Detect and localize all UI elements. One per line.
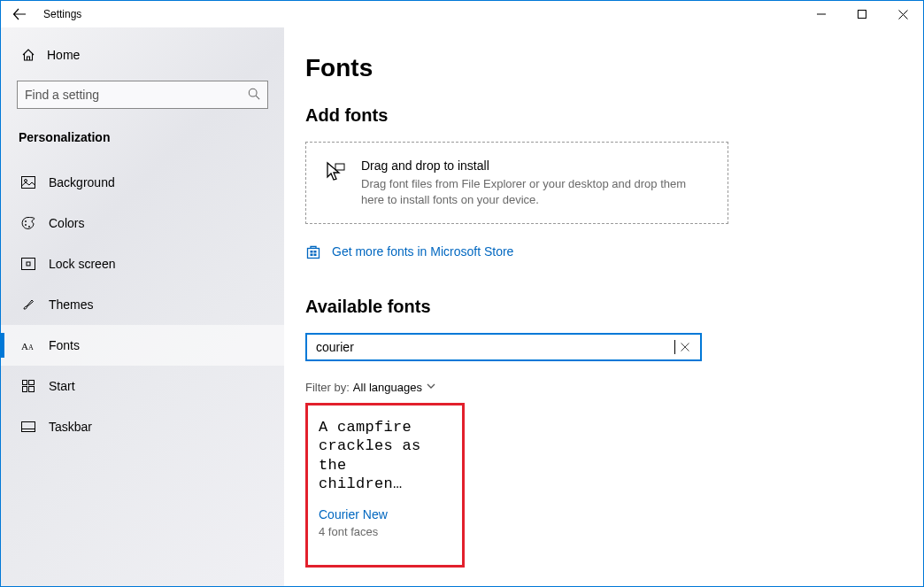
dropzone-subtitle: Drag font files from File Explorer or yo… xyxy=(361,176,708,207)
brush-icon xyxy=(20,297,36,313)
sidebar-item-colors[interactable]: Colors xyxy=(1,203,284,243)
home-label: Home xyxy=(47,48,80,62)
filter-value: All languages xyxy=(353,381,422,394)
svg-rect-9 xyxy=(22,259,35,270)
available-fonts-heading: Available fonts xyxy=(305,297,902,317)
search-icon xyxy=(248,88,260,103)
sidebar-item-label: Themes xyxy=(49,297,94,312)
x-icon xyxy=(681,343,689,351)
svg-rect-13 xyxy=(23,381,27,385)
titlebar: Settings xyxy=(1,1,923,27)
close-icon xyxy=(898,10,908,19)
minimize-button[interactable] xyxy=(801,1,842,27)
svg-rect-19 xyxy=(335,164,344,170)
palette-icon xyxy=(20,215,36,231)
svg-rect-14 xyxy=(29,381,35,385)
filter-label: Filter by: xyxy=(305,381,350,394)
arrow-left-icon xyxy=(12,7,27,21)
sidebar-item-label: Start xyxy=(49,379,75,393)
svg-rect-1 xyxy=(859,11,866,19)
svg-rect-20 xyxy=(308,249,320,259)
font-card-courier-new[interactable]: A campfire crackles as the children… Cou… xyxy=(305,403,465,568)
svg-point-2 xyxy=(249,89,257,97)
svg-rect-17 xyxy=(22,422,35,432)
svg-line-3 xyxy=(256,96,259,99)
svg-point-7 xyxy=(25,224,27,226)
svg-point-6 xyxy=(25,220,27,222)
svg-rect-4 xyxy=(22,177,35,189)
window-buttons xyxy=(801,1,923,27)
category-header: Personalization xyxy=(1,125,284,162)
font-dropzone[interactable]: Drag and drop to install Drag font files… xyxy=(305,142,728,224)
sidebar-item-lockscreen[interactable]: Lock screen xyxy=(1,243,284,284)
font-sample-text: A campfire crackles as the children… xyxy=(319,418,451,493)
start-icon xyxy=(20,378,36,394)
svg-rect-23 xyxy=(311,254,313,257)
home-nav[interactable]: Home xyxy=(1,36,284,73)
minimize-icon xyxy=(817,10,826,19)
svg-rect-22 xyxy=(314,251,317,253)
svg-text:A: A xyxy=(28,344,34,351)
svg-text:A: A xyxy=(21,341,28,351)
filter-dropdown[interactable]: Filter by: All languages xyxy=(305,381,902,394)
sidebar-item-label: Fonts xyxy=(49,338,80,352)
sidebar-item-label: Background xyxy=(49,175,115,189)
picture-icon xyxy=(20,174,36,190)
sidebar-item-label: Taskbar xyxy=(49,420,92,434)
drag-cursor-icon xyxy=(320,158,349,207)
dropzone-title: Drag and drop to install xyxy=(361,158,708,173)
maximize-icon xyxy=(858,10,866,19)
sidebar-item-start[interactable]: Start xyxy=(1,366,284,406)
store-link[interactable]: Get more fonts in Microsoft Store xyxy=(305,243,902,259)
svg-rect-24 xyxy=(314,254,317,257)
store-link-label: Get more fonts in Microsoft Store xyxy=(332,244,513,259)
content-area: Fonts Add fonts Drag and drop to install… xyxy=(284,27,923,587)
sidebar-item-themes[interactable]: Themes xyxy=(1,284,284,325)
clear-search-button[interactable] xyxy=(675,337,695,357)
lockscreen-icon xyxy=(20,256,36,272)
chevron-down-icon xyxy=(426,381,436,394)
fonts-icon: AA xyxy=(20,337,36,353)
close-button[interactable] xyxy=(882,1,923,27)
svg-point-5 xyxy=(25,180,27,182)
store-icon xyxy=(305,243,321,259)
sidebar-item-background[interactable]: Background xyxy=(1,162,284,203)
sidebar: Home Personalization Background Colors xyxy=(1,27,284,587)
sidebar-item-taskbar[interactable]: Taskbar xyxy=(1,406,284,447)
font-name-label: Courier New xyxy=(319,507,451,521)
taskbar-icon xyxy=(20,419,36,435)
svg-rect-21 xyxy=(311,251,313,253)
maximize-button[interactable] xyxy=(842,1,882,27)
settings-search[interactable] xyxy=(17,81,268,109)
window-title: Settings xyxy=(43,8,81,20)
page-title: Fonts xyxy=(305,54,902,82)
font-search-input[interactable] xyxy=(316,340,674,354)
add-fonts-heading: Add fonts xyxy=(305,105,902,126)
svg-rect-10 xyxy=(27,262,30,266)
font-faces-label: 4 font faces xyxy=(319,525,451,538)
back-button[interactable] xyxy=(1,1,38,27)
sidebar-item-label: Colors xyxy=(49,216,84,230)
svg-point-8 xyxy=(28,226,30,228)
svg-rect-15 xyxy=(23,387,27,392)
home-icon xyxy=(20,47,36,63)
font-search-box[interactable] xyxy=(305,333,702,361)
svg-rect-16 xyxy=(29,387,35,392)
settings-search-input[interactable] xyxy=(25,88,248,102)
sidebar-item-fonts[interactable]: AA Fonts xyxy=(1,325,284,366)
sidebar-item-label: Lock screen xyxy=(49,257,115,271)
